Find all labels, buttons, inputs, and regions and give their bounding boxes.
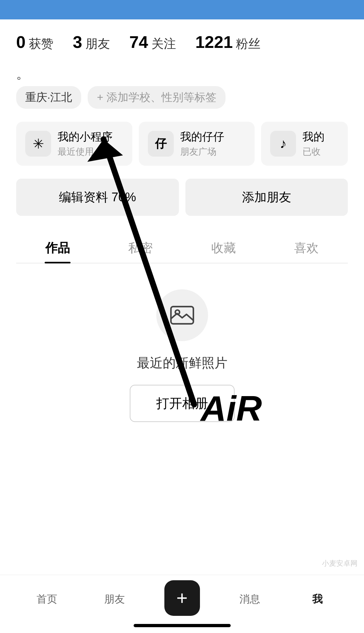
tags-row: 重庆·江北 + 添加学校、性别等标签	[16, 86, 348, 109]
nav-plus-button[interactable]: +	[164, 580, 200, 616]
photo-icon-wrap	[156, 289, 208, 341]
tab-favorites[interactable]: 收藏	[182, 232, 265, 263]
mini-app-sub-0: 最近使用	[58, 146, 123, 158]
mini-app-name-2: 我的	[303, 129, 339, 144]
following-number: 74	[129, 32, 148, 52]
watermark: 小麦安卓网	[322, 559, 358, 568]
likes-label: 获赞	[29, 36, 53, 52]
mini-apps-row: ✳ 我的小程序 最近使用 仔 我的仔仔 朋友广场 ♪ 我的 已收	[16, 122, 348, 166]
stat-friends: 3 朋友	[73, 32, 110, 52]
location-tag[interactable]: 重庆·江北	[16, 86, 81, 109]
nav-home[interactable]: 首页	[13, 592, 81, 606]
nav-friends-label: 朋友	[104, 592, 125, 606]
mini-app-icon-1: 仔	[148, 131, 174, 157]
mini-app-name-0: 我的小程序	[58, 129, 123, 144]
likes-number: 0	[16, 32, 26, 52]
photo-icon	[169, 302, 195, 328]
stat-likes: 0 获赞	[16, 32, 53, 52]
friends-label: 朋友	[85, 36, 110, 52]
mini-app-card-2[interactable]: ♪ 我的 已收	[261, 122, 348, 166]
empty-title: 最近的新鲜照片	[137, 354, 227, 372]
home-indicator	[134, 624, 231, 627]
mini-app-card-0[interactable]: ✳ 我的小程序 最近使用	[16, 122, 132, 166]
dot-indicator: 。	[16, 65, 348, 83]
nav-friends[interactable]: 朋友	[81, 592, 148, 606]
friends-number: 3	[73, 32, 82, 52]
open-album-button[interactable]: 打开相册	[130, 385, 235, 422]
followers-number: 1221	[195, 32, 233, 52]
nav-me-label: 我	[312, 592, 323, 606]
stats-row: 0 获赞 3 朋友 74 关注 1221 粉丝	[16, 32, 348, 52]
nav-me[interactable]: 我	[283, 592, 351, 606]
tab-likes[interactable]: 喜欢	[265, 232, 348, 263]
stat-following: 74 关注	[129, 32, 176, 52]
add-tag-chip[interactable]: + 添加学校、性别等标签	[88, 86, 225, 109]
nav-messages-label: 消息	[239, 592, 260, 606]
followers-label: 粉丝	[236, 36, 260, 52]
tabs-row: 作品 私密 收藏 喜欢	[16, 232, 348, 263]
mini-app-icon-2: ♪	[270, 131, 296, 157]
content-area: 最近的新鲜照片 打开相册	[16, 263, 348, 448]
following-label: 关注	[151, 36, 176, 52]
nav-messages[interactable]: 消息	[216, 592, 283, 606]
main-content: 0 获赞 3 朋友 74 关注 1221 粉丝 。 重庆·江北 + 添加学校、性…	[0, 19, 364, 448]
mini-app-card-1[interactable]: 仔 我的仔仔 朋友广场	[139, 122, 255, 166]
mini-app-sub-2: 已收	[303, 146, 339, 158]
stat-followers: 1221 粉丝	[195, 32, 261, 52]
status-bar	[0, 0, 364, 19]
mini-app-name-1: 我的仔仔	[180, 129, 246, 144]
mini-app-sub-1: 朋友广场	[180, 146, 246, 158]
nav-plus[interactable]: +	[148, 580, 216, 618]
mini-app-icon-0: ✳	[25, 131, 51, 157]
edit-profile-button[interactable]: 编辑资料 70%	[16, 179, 179, 216]
action-buttons-row: 编辑资料 70% 添加朋友	[16, 179, 348, 216]
nav-home-label: 首页	[37, 592, 57, 606]
add-friend-button[interactable]: 添加朋友	[185, 179, 348, 216]
tab-works[interactable]: 作品	[16, 232, 99, 263]
tab-private[interactable]: 私密	[99, 232, 182, 263]
